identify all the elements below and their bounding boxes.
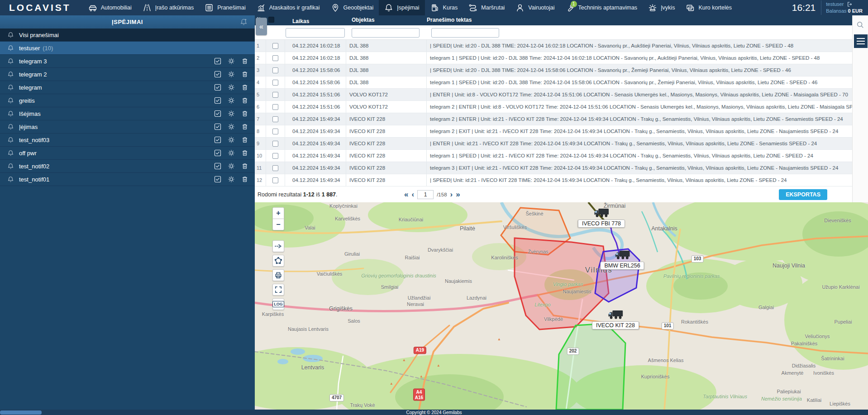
print-button[interactable] (272, 269, 284, 281)
vehicle-label[interactable]: BMW ERL256 (600, 262, 644, 270)
trash-icon[interactable] (241, 136, 248, 143)
sidebar-item[interactable]: test_notif02 (0, 160, 255, 173)
nav-item-geoobjektai[interactable]: Geoobjektai (325, 0, 379, 15)
table-row[interactable]: 2 04.12.2024 16:02:18 DJL 388 telegram 1… (255, 52, 852, 64)
gear-icon[interactable] (228, 149, 235, 157)
sidebar-item[interactable]: telegram (0, 81, 255, 94)
row-checkbox[interactable] (272, 80, 278, 86)
enabled-checkbox-icon[interactable] (214, 84, 221, 91)
gear-icon[interactable] (228, 57, 235, 65)
table-row[interactable]: 8 04.12.2024 15:49:34 IVECO KIT 228 tele… (255, 125, 852, 138)
nav-item-marsrutai[interactable]: Maršrutai (463, 0, 510, 15)
vehicle-marker[interactable]: IVECO FBI 778 (578, 208, 625, 228)
col-pranesimo-tekstas[interactable]: Pranešimo tektas (427, 17, 472, 23)
gear-icon[interactable] (228, 97, 235, 104)
trash-icon[interactable] (241, 84, 248, 91)
nav-item-automobiliai[interactable]: Automobiliai (83, 0, 137, 15)
enabled-checkbox-icon[interactable] (214, 162, 221, 170)
enabled-checkbox-icon[interactable] (214, 176, 221, 183)
vehicle-marker[interactable]: BMW ERL256 (600, 250, 644, 270)
first-page-button[interactable]: « (404, 191, 408, 198)
table-row[interactable]: 7 04.12.2024 15:49:34 IVECO KIT 228 tele… (255, 113, 852, 125)
nav-item-vairuotojai[interactable]: Vairuotojai (510, 0, 560, 15)
filter-objektas-input[interactable] (352, 28, 420, 38)
trash-icon[interactable] (241, 71, 248, 78)
enabled-checkbox-icon[interactable] (214, 97, 221, 104)
row-checkbox[interactable] (272, 55, 278, 61)
sidebar-item[interactable]: greitis (0, 94, 255, 107)
table-row[interactable]: 3 04.12.2024 15:58:06 DJL 388 | SPEED| U… (255, 64, 852, 76)
filter-laikas-input[interactable] (286, 28, 345, 38)
nav-item-ivykis[interactable]: Įvykis (643, 0, 680, 15)
sidebar-item[interactable]: off pwr (0, 147, 255, 160)
sidebar-item[interactable]: Įėjimas (0, 120, 255, 134)
gear-icon[interactable] (228, 110, 235, 117)
draw-polygon-button[interactable] (272, 255, 284, 267)
table-row[interactable]: 12 04.12.2024 15:49:34 IVECO KIT 228 | S… (255, 174, 852, 186)
nav-item-kuras[interactable]: Kuras (425, 0, 463, 15)
nav-item-ataskaitos[interactable]: Ataskaitos ir grafikai (251, 0, 325, 15)
row-checkbox[interactable] (272, 129, 278, 134)
sort-desc-icon[interactable]: ↓ (295, 18, 298, 24)
sidebar-item[interactable]: telegram 3 (0, 55, 255, 68)
enabled-checkbox-icon[interactable] (214, 57, 221, 65)
sidebar-item[interactable]: testuser (10) (0, 42, 255, 55)
trash-icon[interactable] (241, 176, 248, 183)
row-checkbox[interactable] (272, 116, 278, 122)
enabled-checkbox-icon[interactable] (214, 149, 221, 157)
gear-icon[interactable] (228, 176, 235, 183)
nav-item-ispejimai[interactable]: Įspėjimai (379, 0, 424, 15)
gear-icon[interactable] (228, 136, 235, 143)
row-checkbox[interactable] (272, 165, 278, 171)
horizontal-scrollbar-thumb[interactable] (0, 410, 42, 415)
trash-icon[interactable] (241, 110, 248, 117)
row-checkbox[interactable] (272, 92, 278, 98)
table-row[interactable]: 1 04.12.2024 16:02:18 DJL 388 | SPEED| U… (255, 40, 852, 52)
add-notification-icon[interactable] (240, 18, 248, 27)
prev-page-button[interactable]: ‹ (411, 191, 414, 198)
measure-button[interactable] (272, 240, 284, 252)
table-row[interactable]: 6 04.12.2024 15:51:06 VOLVO KOT172 teleg… (255, 101, 852, 113)
vehicle-marker[interactable]: IVECO KIT 228 (592, 310, 639, 329)
sidebar-item[interactable]: Visi pranešimai (0, 29, 255, 42)
sidebar-item[interactable]: test_notif01 (0, 173, 255, 186)
nav-item-pranesimai[interactable]: Pranešimai (199, 0, 251, 15)
row-checkbox[interactable] (272, 67, 278, 73)
nav-item-techninis[interactable]: 1 Techninis aptarnavimas (560, 0, 643, 15)
gear-icon[interactable] (228, 84, 235, 91)
sidebar-item[interactable]: test_notif03 (0, 134, 255, 147)
table-row[interactable]: 4 04.12.2024 15:58:06 DJL 388 telegram 1… (255, 76, 852, 89)
trash-icon[interactable] (241, 97, 248, 104)
zoom-out-button[interactable]: − (272, 219, 284, 230)
row-checkbox[interactable] (272, 104, 278, 110)
table-row[interactable]: 11 04.12.2024 15:49:34 IVECO KIT 228 tel… (255, 162, 852, 174)
sidebar-item[interactable]: Išėjimas (0, 107, 255, 120)
collapse-sidebar-button[interactable]: « (256, 18, 267, 35)
trash-icon[interactable] (241, 57, 248, 65)
row-checkbox[interactable] (272, 153, 278, 159)
zoom-in-button[interactable]: + (272, 207, 284, 219)
enabled-checkbox-icon[interactable] (214, 71, 221, 78)
sidebar-item[interactable]: telegram 2 (0, 68, 255, 81)
table-row[interactable]: 9 04.12.2024 15:49:34 IVECO KIT 228 | EN… (255, 138, 852, 150)
enabled-checkbox-icon[interactable] (214, 123, 221, 130)
next-page-button[interactable]: › (450, 191, 453, 198)
vehicle-label[interactable]: IVECO FBI 778 (578, 219, 625, 228)
page-number-input[interactable] (417, 190, 434, 199)
log-button[interactable]: LOG (272, 298, 284, 310)
enabled-checkbox-icon[interactable] (214, 110, 221, 117)
trash-icon[interactable] (241, 149, 248, 157)
fullscreen-button[interactable] (272, 284, 284, 296)
gear-icon[interactable] (228, 71, 235, 78)
row-checkbox[interactable] (272, 177, 278, 183)
menu-button[interactable] (854, 34, 868, 48)
vehicle-label[interactable]: IVECO KIT 228 (592, 321, 639, 329)
export-button[interactable]: EKSPORTAS (779, 189, 827, 200)
last-page-button[interactable]: » (456, 191, 460, 198)
gear-icon[interactable] (228, 123, 235, 130)
table-row[interactable]: 10 04.12.2024 15:49:34 IVECO KIT 228 tel… (255, 150, 852, 162)
col-objektas[interactable]: Objektas (352, 17, 375, 23)
filter-tekstas-input[interactable] (431, 28, 499, 38)
enabled-checkbox-icon[interactable] (214, 136, 221, 143)
logout-icon[interactable] (846, 1, 852, 7)
